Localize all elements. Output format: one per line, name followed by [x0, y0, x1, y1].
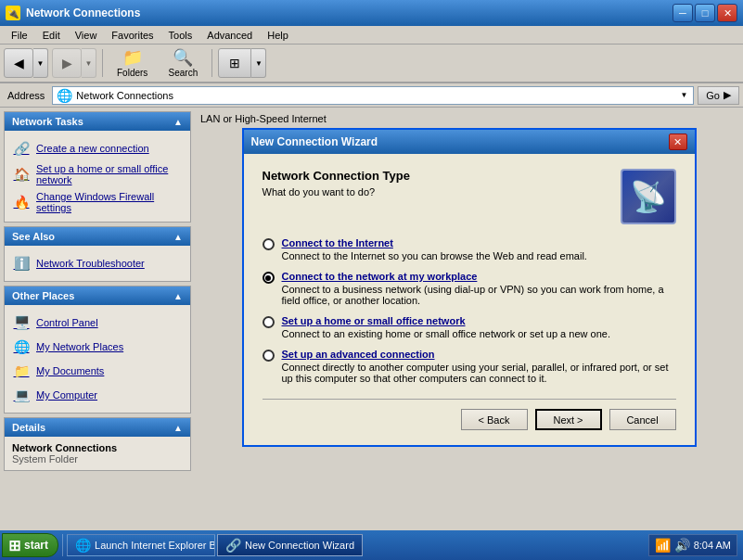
- sidebar-item-firewall[interactable]: 🔥 Change Windows Firewall settings: [8, 188, 186, 216]
- lan-header: LAN or High-Speed Internet: [199, 111, 739, 128]
- details-toggle[interactable]: ▲: [173, 423, 183, 433]
- radio-internet[interactable]: [263, 238, 275, 250]
- start-label: start: [24, 539, 48, 552]
- address-label: Address: [4, 90, 48, 101]
- taskbar: ⊞ start 🌐 Launch Internet Explorer Brows…: [0, 530, 743, 560]
- forward-dropdown[interactable]: ▼: [82, 48, 96, 78]
- address-dropdown[interactable]: ▼: [678, 91, 689, 99]
- radio-option-home-office: Set up a home or small office network Co…: [263, 315, 676, 339]
- back-button[interactable]: < Back: [461, 409, 528, 430]
- radio-workplace[interactable]: [263, 272, 275, 284]
- menu-file[interactable]: File: [4, 28, 35, 43]
- my-network-label: My Network Places: [36, 341, 123, 352]
- views-dropdown[interactable]: ▼: [251, 48, 266, 78]
- new-connection-wizard-dialog: New Connection Wizard ✕ Network Connecti…: [242, 128, 697, 447]
- start-button[interactable]: ⊞ start: [2, 533, 58, 557]
- address-text: Network Connections: [76, 90, 674, 101]
- menu-advanced[interactable]: Advanced: [199, 28, 260, 43]
- minimize-button[interactable]: ─: [673, 4, 693, 22]
- radio-workplace-title[interactable]: Connect to the network at my workplace: [282, 271, 676, 282]
- app-icon: 🔌: [6, 6, 20, 20]
- dialog-footer: < Back Next > Cancel: [263, 399, 676, 430]
- forward-button[interactable]: ▶: [52, 48, 82, 78]
- radio-advanced-title[interactable]: Set up an advanced connection: [282, 349, 676, 360]
- maximize-button[interactable]: □: [695, 4, 715, 22]
- clock: 8:04 AM: [694, 540, 731, 551]
- firewall-label: Change Windows Firewall settings: [36, 191, 183, 213]
- search-label: Search: [169, 68, 199, 78]
- taskbar-ie-label: Launch Internet Explorer Browser: [95, 540, 215, 551]
- see-also-content: ℹ️ Network Troubleshooter: [5, 246, 190, 281]
- volume-tray-icon: 🔊: [674, 538, 690, 553]
- menu-tools[interactable]: Tools: [161, 28, 200, 43]
- other-places-title: Other Places: [12, 290, 74, 301]
- network-tasks-toggle[interactable]: ▲: [173, 117, 183, 127]
- see-also-toggle[interactable]: ▲: [173, 232, 183, 242]
- address-input-wrap: 🌐 Network Connections ▼: [52, 86, 694, 105]
- taskbar-item-ie[interactable]: 🌐 Launch Internet Explorer Browser: [67, 534, 215, 556]
- cancel-button[interactable]: Cancel: [609, 409, 676, 430]
- next-button[interactable]: Next >: [535, 409, 602, 430]
- sidebar-item-home-office[interactable]: 🏠 Set up a home or small office network: [8, 160, 186, 188]
- sidebar-details: Details ▲ Network Connections System Fol…: [4, 417, 191, 471]
- main-area: Network Tasks ▲ 🔗 Create a new connectio…: [0, 108, 743, 530]
- back-forward-group: ◀ ▼: [4, 48, 48, 78]
- window-controls: ─ □ ✕: [673, 4, 737, 22]
- radio-advanced[interactable]: [263, 350, 275, 362]
- views-group: ⊞ ▼: [218, 48, 266, 78]
- menu-edit[interactable]: Edit: [35, 28, 68, 43]
- radio-internet-title[interactable]: Connect to the Internet: [282, 237, 587, 248]
- search-button[interactable]: 🔍 Search: [160, 46, 206, 80]
- my-documents-label: My Documents: [36, 365, 104, 376]
- views-button[interactable]: ⊞: [218, 48, 251, 78]
- sidebar-item-control-panel[interactable]: 🖥️ Control Panel: [8, 311, 186, 335]
- back-button[interactable]: ◀: [4, 48, 33, 78]
- folders-button[interactable]: 📁 Folders: [109, 46, 156, 80]
- firewall-icon: 🔥: [12, 193, 31, 211]
- taskbar-separator: [62, 534, 63, 556]
- sidebar-item-my-network[interactable]: 🌐 My Network Places: [8, 335, 186, 359]
- my-computer-icon: 💻: [12, 386, 31, 404]
- radio-option-workplace: Connect to the network at my workplace C…: [263, 271, 676, 306]
- troubleshooter-icon: ℹ️: [12, 254, 31, 273]
- taskbar-right: 📶 🔊 8:04 AM: [645, 534, 741, 556]
- back-dropdown[interactable]: ▼: [33, 48, 48, 78]
- see-also-title: See Also: [12, 231, 55, 242]
- search-icon: 🔍: [173, 49, 193, 66]
- radio-home-office[interactable]: [263, 316, 275, 328]
- start-icon: ⊞: [8, 537, 20, 554]
- menu-help[interactable]: Help: [260, 28, 296, 43]
- close-button[interactable]: ✕: [717, 4, 737, 22]
- go-button[interactable]: Go ▶: [698, 86, 739, 105]
- dialog-top-section: Network Connection Type What do you want…: [263, 169, 676, 224]
- menu-bar: File Edit View Favorites Tools Advanced …: [0, 26, 743, 45]
- dialog-title: New Connection Wizard: [251, 135, 378, 148]
- my-documents-icon: 📁: [12, 362, 31, 380]
- connection-type-radio-group: Connect to the Internet Connect to the I…: [263, 237, 676, 384]
- sidebar-item-my-computer[interactable]: 💻 My Computer: [8, 383, 186, 407]
- sidebar-item-new-connection[interactable]: 🔗 Create a new connection: [8, 136, 186, 160]
- troubleshooter-label: Network Troubleshooter: [36, 258, 145, 269]
- go-label: Go: [706, 90, 720, 101]
- home-office-icon: 🏠: [12, 165, 31, 184]
- radio-advanced-desc: Connect directly to another computer usi…: [282, 362, 676, 384]
- sidebar: Network Tasks ▲ 🔗 Create a new connectio…: [0, 108, 195, 530]
- radio-option-internet: Connect to the Internet Connect to the I…: [263, 237, 676, 261]
- forward-group: ▶ ▼: [52, 48, 96, 78]
- dialog-subheading: What do you want to do?: [263, 186, 410, 197]
- other-places-toggle[interactable]: ▲: [173, 291, 183, 301]
- menu-view[interactable]: View: [68, 28, 105, 43]
- radio-home-office-desc: Connect to an existing home or small off…: [282, 328, 610, 339]
- sidebar-see-also: See Also ▲ ℹ️ Network Troubleshooter: [4, 226, 191, 282]
- my-computer-label: My Computer: [36, 389, 97, 401]
- radio-home-office-title[interactable]: Set up a home or small office network: [282, 315, 610, 326]
- go-arrow-icon: ▶: [724, 89, 731, 101]
- menu-favorites[interactable]: Favorites: [104, 28, 160, 43]
- sidebar-item-troubleshooter[interactable]: ℹ️ Network Troubleshooter: [8, 251, 186, 275]
- dialog-image-icon: 📡: [630, 179, 667, 214]
- control-panel-icon: 🖥️: [12, 313, 31, 332]
- dialog-close-button[interactable]: ✕: [669, 134, 687, 150]
- taskbar-item-wizard[interactable]: 🔗 New Connection Wizard: [217, 534, 363, 556]
- folders-label: Folders: [117, 68, 147, 78]
- sidebar-item-my-documents[interactable]: 📁 My Documents: [8, 359, 186, 383]
